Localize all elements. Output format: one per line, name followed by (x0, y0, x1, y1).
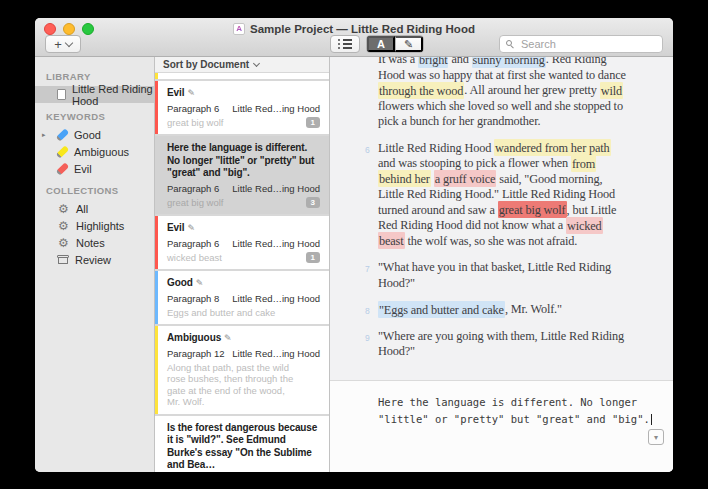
collapse-note-button[interactable]: ▾ (648, 429, 664, 445)
sidebar-item-label: Review (75, 254, 111, 266)
sidebar-item-highlights[interactable]: ⚙Highlights (35, 217, 154, 234)
window-title: Sample Project — Little Red Riding Hood (250, 23, 475, 35)
keyword-color-stripe (155, 271, 158, 324)
note-card-excerpt: Eggs and butter and cake (167, 307, 320, 319)
text-view-button[interactable]: A (367, 36, 395, 52)
document-paragraph[interactable]: 6Little Red Riding Hood wandered from he… (378, 141, 626, 250)
notes-list-panel: Sort by Document Evil✎Paragraph 6Little … (155, 57, 330, 472)
paragraph-text: and was stooping to pick a flower when (378, 156, 571, 170)
note-card[interactable]: Ambiguous✎Paragraph 12Little Red…ing Hoo… (155, 326, 329, 414)
pencil-icon: ✎ (187, 223, 194, 233)
highlighter-marker-icon (56, 128, 69, 141)
plus-icon: + (54, 37, 62, 52)
paragraph-text: , Mr. Wolf." (505, 302, 562, 316)
highlight-count-badge: 1 (306, 252, 320, 263)
sidebar-item-little-red-riding-hood[interactable]: Little Red Riding Hood (35, 86, 154, 103)
text-cursor (651, 414, 652, 425)
keyword-color-stripe (155, 81, 158, 134)
titlebar[interactable]: A Sample Project — Little Red Riding Hoo… (35, 18, 673, 57)
search-field (499, 35, 663, 53)
desktop-background: A Sample Project — Little Red Riding Hoo… (0, 0, 708, 489)
sidebar-section-header-collections: COLLECTIONS (35, 177, 154, 200)
paragraph-text: "Where are you going with them, Little R… (378, 329, 624, 359)
chevron-down-icon (253, 60, 260, 67)
document-paragraph[interactable]: 9"Where are you going with them, Little … (378, 329, 626, 360)
view-mode-segmented-control: A ✎ (366, 35, 424, 53)
list-view-button[interactable] (330, 35, 360, 53)
note-card-title: Ambiguous✎ (167, 332, 320, 345)
note-card-document: Little Red…ing Hood (232, 238, 320, 249)
pencil-icon: ✎ (187, 88, 194, 98)
chevron-down-icon (65, 38, 73, 46)
keyword-color-stripe (155, 216, 158, 269)
sidebar-item-good[interactable]: ▸Good (35, 126, 154, 143)
list-icon (338, 39, 352, 49)
note-card[interactable]: Good✎Paragraph 8Little Red…ing HoodEggs … (155, 271, 329, 324)
paragraph-number: 9 (365, 331, 370, 347)
gear-icon: ⚙ (57, 203, 70, 215)
note-card[interactable] (155, 73, 329, 79)
note-cards-list: Evil✎Paragraph 6Little Red…ing Hoodgreat… (155, 73, 329, 472)
highlight-count-badge: 1 (306, 117, 320, 128)
document-text-area[interactable]: It was a bright and sunny morning. Red R… (330, 57, 673, 379)
sidebar-item-label: Highlights (76, 220, 124, 232)
sidebar-item-evil[interactable]: Evil (35, 160, 154, 177)
gear-icon: ⚙ (57, 237, 70, 249)
sidebar: LIBRARYLittle Red Riding HoodKEYWORDS▸Go… (35, 57, 155, 472)
note-card-title: Here the language is different. No longe… (167, 142, 320, 180)
annotate-view-button[interactable]: ✎ (395, 36, 423, 52)
note-card[interactable]: Evil✎Paragraph 6Little Red…ing Hoodwicke… (155, 216, 329, 269)
app-window: A Sample Project — Little Red Riding Hoo… (35, 18, 673, 472)
note-card-excerpt-text: wicked beast (167, 252, 222, 263)
note-card-meta: Paragraph 6Little Red…ing Hood (167, 103, 320, 114)
highlighter-marker-icon (56, 162, 69, 175)
document-icon (57, 89, 66, 100)
note-card[interactable]: Evil✎Paragraph 6Little Red…ing Hoodgreat… (155, 81, 329, 134)
main-content: LIBRARYLittle Red Riding HoodKEYWORDS▸Go… (35, 57, 673, 472)
pencil-icon: ✎ (196, 278, 203, 288)
paragraph-text: . All around her grew pretty (464, 83, 599, 97)
collapse-arrow-icon: ▾ (654, 433, 658, 442)
highlighter-marker-icon (56, 145, 69, 158)
note-card-excerpt-text: Eggs and butter and cake (167, 307, 275, 318)
note-card-title: Evil✎ (167, 222, 320, 235)
sidebar-item-label: Little Red Riding Hood (72, 83, 154, 107)
note-card-title: Good✎ (167, 277, 320, 290)
note-card-title: Evil✎ (167, 87, 320, 100)
note-card-excerpt: great big wolf1 (167, 117, 320, 129)
document-paragraph[interactable]: 7"What have you in that basket, Little R… (378, 260, 626, 291)
sidebar-item-ambiguous[interactable]: Ambiguous (35, 143, 154, 160)
note-card-document: Little Red…ing Hood (232, 103, 320, 114)
highlighted-text: wild (600, 82, 623, 99)
note-card-document: Little Red…ing Hood (232, 183, 320, 194)
document-paragraph[interactable]: 8"Eggs and butter and cake, Mr. Wolf." (378, 302, 626, 318)
sidebar-item-label: Notes (76, 237, 105, 249)
note-card[interactable]: Here the language is different. No longe… (155, 136, 329, 214)
note-card-meta: Paragraph 6Little Red…ing Hood (167, 183, 320, 194)
note-card[interactable]: Is the forest dangerous because it is "w… (155, 416, 329, 473)
sort-label: Sort by Document (163, 59, 249, 70)
sidebar-item-review[interactable]: Review (35, 251, 154, 268)
highlighted-text: great big wolf (498, 201, 567, 218)
add-button[interactable]: + (45, 35, 81, 53)
search-input[interactable] (519, 37, 656, 51)
note-card-meta: Paragraph 12Little Red…ing Hood (167, 348, 320, 359)
highlighted-text: through the wood (378, 82, 464, 99)
highlight-count-badge: 3 (306, 197, 320, 208)
sidebar-item-all[interactable]: ⚙All (35, 200, 154, 217)
sidebar-item-notes[interactable]: ⚙Notes (35, 234, 154, 251)
sort-dropdown[interactable]: Sort by Document (155, 57, 329, 73)
note-card-meta: Paragraph 6Little Red…ing Hood (167, 238, 320, 249)
paragraph-text: It was a (378, 57, 418, 66)
paragraph-number: 8 (365, 304, 370, 320)
note-card-excerpt-text: Along that path, past the wild rose bush… (167, 362, 293, 408)
note-editor-text[interactable]: Here the language is different. No longe… (378, 394, 666, 428)
note-card-excerpt-text: great big wolf (167, 197, 224, 208)
sidebar-item-label: Ambiguous (74, 146, 129, 158)
highlighted-text: a gruff voice (434, 170, 497, 187)
disclosure-triangle-icon[interactable]: ▸ (42, 131, 46, 139)
note-card-excerpt: wicked beast1 (167, 252, 320, 264)
paragraph-number: 6 (365, 143, 370, 159)
document-paragraph[interactable]: It was a bright and sunny morning. Red R… (378, 57, 626, 130)
search-icon (506, 40, 515, 49)
